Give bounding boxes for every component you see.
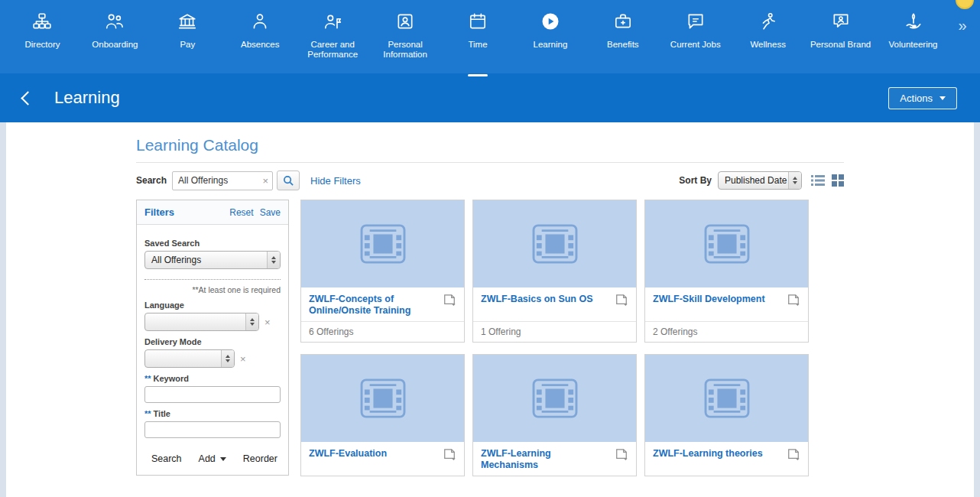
offering-tag-icon[interactable]	[443, 294, 456, 310]
card-title-row: ZWLF-Basics on Sun OS	[473, 287, 636, 314]
reset-link[interactable]: Reset	[229, 207, 253, 218]
nav-label: Personal Brand	[809, 40, 872, 50]
nav-item-time[interactable]: Time	[442, 10, 514, 73]
course-card[interactable]: ZWLF-Learning Mechanisms	[472, 354, 637, 476]
course-title-link[interactable]: ZWLF-Evaluation	[309, 448, 387, 460]
filters-footer: Search Add Reorder	[137, 441, 288, 475]
course-thumbnail[interactable]	[645, 200, 808, 287]
nav-item-personal-information[interactable]: Personal Information	[369, 10, 442, 73]
course-card[interactable]: ZWLF-Basics on Sun OS 1 Offering	[472, 200, 637, 343]
catalog-main: Filters Reset Save Saved Search All Offe…	[136, 200, 844, 476]
course-card[interactable]: ZWLF-Concepts of Online/Onsite Training …	[300, 200, 465, 343]
search-box	[172, 171, 273, 190]
nav-item-wellness[interactable]: Wellness	[732, 10, 804, 73]
clear-search-icon[interactable]	[262, 176, 268, 186]
filters-header: Filters Reset Save	[137, 200, 288, 225]
title-input[interactable]	[144, 421, 281, 438]
nav-label: Benefits	[605, 40, 641, 50]
filters-search-button[interactable]: Search	[151, 453, 182, 464]
add-button[interactable]: Add	[199, 453, 226, 464]
keyword-input[interactable]	[144, 386, 281, 403]
offering-tag-icon[interactable]	[787, 448, 800, 464]
grid-view-icon[interactable]	[832, 174, 844, 187]
content-area: Learning Catalog Search Hide Filters Sor…	[6, 122, 974, 497]
course-card[interactable]: ZWLF-Skill Development 2 Offerings	[644, 200, 809, 343]
actions-button[interactable]: Actions	[888, 87, 957, 109]
person-icon	[250, 10, 270, 33]
language-label: Language	[144, 300, 281, 310]
select-arrows-icon	[221, 350, 234, 367]
nav-item-personal-brand[interactable]: Personal Brand	[804, 10, 877, 73]
search-button[interactable]	[277, 171, 300, 190]
card-title-row: ZWLF-Skill Development	[645, 287, 808, 314]
film-strip-icon	[703, 378, 751, 419]
offering-tag-icon[interactable]	[787, 294, 800, 310]
nav-item-onboarding[interactable]: Onboarding	[79, 10, 151, 73]
jobs-bubble-icon	[686, 10, 706, 33]
filters-panel: Filters Reset Save Saved Search All Offe…	[136, 200, 289, 476]
catalog-toolbar: Search Hide Filters Sort By Published Da…	[136, 171, 844, 190]
list-view-icon[interactable]	[811, 174, 825, 187]
card-title-row: ZWLF-Concepts of Online/Onsite Training	[301, 287, 464, 321]
bank-icon	[177, 10, 197, 33]
career-flag-icon	[323, 10, 342, 33]
nav-item-volunteering[interactable]: Volunteering	[877, 10, 949, 73]
title-label: ** Title	[144, 409, 281, 418]
speech-person-icon	[831, 10, 851, 33]
course-thumbnail[interactable]	[301, 355, 464, 442]
filters-title: Filters	[144, 206, 174, 218]
nav-item-career-performance[interactable]: Career and Performance	[297, 10, 369, 73]
course-title-link[interactable]: ZWLF-Skill Development	[653, 294, 765, 305]
nav-label: Time	[466, 40, 488, 50]
actions-button-label: Actions	[900, 93, 933, 104]
course-thumbnail[interactable]	[645, 355, 808, 442]
course-card[interactable]: ZWLF-Learning theories	[644, 354, 809, 476]
saved-search-select[interactable]: All Offerings	[144, 251, 281, 269]
sort-by-label: Sort By	[679, 175, 712, 186]
hand-giving-icon	[904, 10, 923, 33]
select-arrows-icon	[788, 172, 801, 189]
briefcase-plus-icon	[613, 10, 633, 33]
chevron-double-right-icon[interactable]	[949, 10, 975, 41]
film-strip-icon	[531, 378, 579, 419]
nav-item-pay[interactable]: Pay	[151, 10, 224, 73]
avatar[interactable]	[956, 0, 974, 9]
required-note: **At least one is required	[144, 285, 281, 294]
offering-tag-icon[interactable]	[615, 448, 628, 464]
course-title-link[interactable]: ZWLF-Basics on Sun OS	[481, 294, 593, 305]
calendar-icon	[468, 10, 488, 33]
filters-body: Saved Search All Offerings **At least on…	[137, 225, 288, 441]
course-title-link[interactable]: ZWLF-Learning theories	[653, 448, 763, 460]
course-thumbnail[interactable]	[473, 200, 636, 287]
nav-item-absences[interactable]: Absences	[224, 10, 297, 73]
course-card[interactable]: ZWLF-Evaluation	[300, 354, 465, 476]
clear-language-icon[interactable]	[264, 317, 271, 327]
save-link[interactable]: Save	[260, 207, 281, 218]
delivery-mode-label: Delivery Mode	[144, 337, 281, 346]
nav-label: Wellness	[748, 40, 787, 50]
offering-tag-icon[interactable]	[615, 294, 628, 310]
search-input[interactable]	[172, 171, 273, 190]
nav-item-learning[interactable]: Learning	[514, 10, 586, 73]
language-select[interactable]	[144, 313, 259, 331]
nav-item-current-jobs[interactable]: Current Jobs	[659, 10, 732, 73]
hide-filters-link[interactable]: Hide Filters	[310, 175, 361, 187]
nav-item-benefits[interactable]: Benefits	[586, 10, 659, 73]
reorder-button[interactable]: Reorder	[243, 453, 277, 464]
course-title-link[interactable]: ZWLF-Learning Mechanisms	[481, 448, 602, 471]
nav-item-directory[interactable]: Directory	[6, 10, 79, 73]
saved-search-label: Saved Search	[144, 239, 281, 248]
course-thumbnail[interactable]	[301, 200, 464, 287]
sort-select[interactable]: Published Date	[718, 171, 802, 190]
catalog-heading: Learning Catalog	[136, 136, 844, 154]
top-navigation: Directory Onboarding Pay Absences Career	[0, 0, 980, 73]
card-title-row: ZWLF-Learning theories	[645, 442, 808, 469]
select-arrows-icon	[267, 252, 280, 268]
offering-tag-icon[interactable]	[443, 448, 456, 464]
page-header: Learning Actions	[0, 73, 980, 122]
course-thumbnail[interactable]	[473, 355, 636, 442]
delivery-mode-select[interactable]	[144, 349, 235, 368]
clear-delivery-mode-icon[interactable]	[240, 354, 246, 364]
course-title-link[interactable]: ZWLF-Concepts of Online/Onsite Training	[309, 294, 430, 317]
back-chevron-icon[interactable]	[21, 91, 34, 105]
